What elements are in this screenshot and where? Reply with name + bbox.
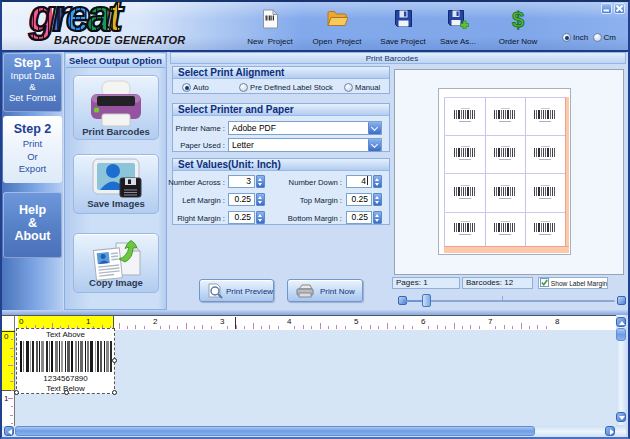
svg-text:$: $ (512, 9, 524, 30)
